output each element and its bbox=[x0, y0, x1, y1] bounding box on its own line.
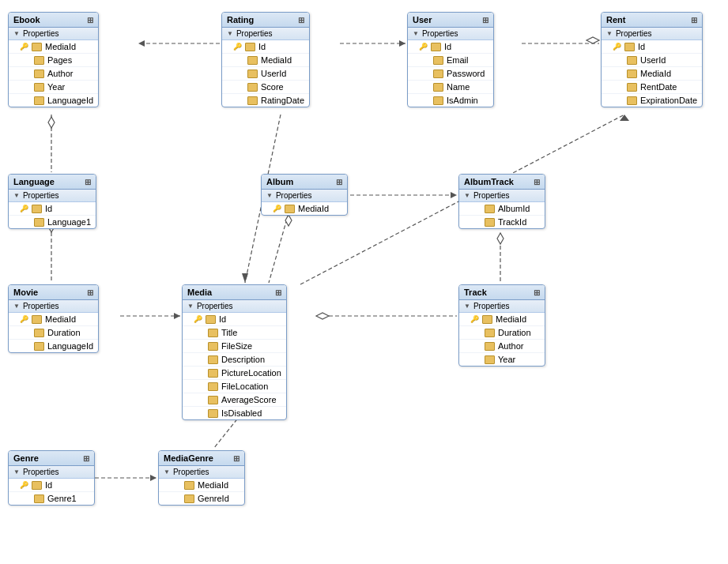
section-header-language[interactable]: ▼Properties bbox=[9, 190, 96, 202]
section-header-ebook[interactable]: ▼Properties bbox=[9, 28, 98, 40]
entity-header-rating[interactable]: Rating⊞ bbox=[222, 13, 309, 28]
collapse-icon-mediagenre[interactable]: ⊞ bbox=[233, 454, 240, 463]
section-header-albumtrack[interactable]: ▼Properties bbox=[459, 190, 545, 202]
diamond-user-rent bbox=[587, 37, 599, 43]
field-icon-language-0 bbox=[32, 205, 42, 213]
collapse-icon-genre[interactable]: ⊞ bbox=[83, 454, 89, 463]
entity-title-track: Track bbox=[464, 288, 487, 297]
field-icon-media-7 bbox=[208, 409, 218, 418]
field-name-user-4: IsAdmin bbox=[447, 96, 478, 105]
field-row-genre-0: 🔑Id bbox=[9, 479, 94, 492]
arrow-media-rent bbox=[620, 115, 629, 121]
field-name-rating-2: UserId bbox=[261, 69, 286, 78]
field-row-rating-0: 🔑Id bbox=[222, 40, 309, 54]
entity-header-genre[interactable]: Genre⊞ bbox=[9, 451, 94, 466]
field-row-rating-2: UserId bbox=[222, 67, 309, 81]
expand-icon-track: ▼ bbox=[464, 303, 470, 310]
field-icon-album-0 bbox=[285, 205, 295, 213]
section-label-track: Properties bbox=[473, 302, 510, 310]
section-header-track[interactable]: ▼Properties bbox=[459, 300, 545, 313]
entity-header-media[interactable]: Media⊞ bbox=[183, 285, 286, 300]
field-icon-rent-2 bbox=[627, 70, 637, 78]
field-row-genre-1: Genre1 bbox=[9, 492, 94, 505]
field-icon-user-0 bbox=[431, 43, 441, 51]
field-icon-movie-0 bbox=[32, 315, 42, 324]
expand-icon-rent: ▼ bbox=[606, 30, 613, 37]
section-label-media: Properties bbox=[197, 302, 233, 310]
field-icon-user-4 bbox=[433, 96, 443, 105]
diamond-ebook-lang bbox=[48, 117, 55, 128]
entity-header-albumtrack[interactable]: AlbumTrack⊞ bbox=[459, 175, 545, 190]
section-header-rating[interactable]: ▼Properties bbox=[222, 28, 309, 40]
field-name-movie-2: LanguageId bbox=[47, 341, 93, 351]
entity-header-track[interactable]: Track⊞ bbox=[459, 285, 545, 300]
entity-mediagenre: MediaGenre⊞▼PropertiesMediaIdGenreId bbox=[158, 450, 245, 506]
field-icon-media-2 bbox=[208, 342, 218, 351]
field-name-genre-1: Genre1 bbox=[47, 494, 77, 503]
entity-albumtrack: AlbumTrack⊞▼PropertiesAlbumIdTrackId bbox=[458, 174, 545, 229]
field-icon-ebook-3 bbox=[34, 83, 44, 92]
arrow-album-albumtrack bbox=[451, 192, 457, 198]
collapse-icon-user[interactable]: ⊞ bbox=[482, 16, 488, 24]
entity-header-language[interactable]: Language⊞ bbox=[9, 175, 96, 190]
collapse-icon-track[interactable]: ⊞ bbox=[534, 288, 540, 297]
field-name-media-7: IsDisabled bbox=[221, 408, 262, 418]
field-name-media-0: Id bbox=[219, 314, 226, 324]
section-header-media[interactable]: ▼Properties bbox=[183, 300, 286, 313]
section-header-rent[interactable]: ▼Properties bbox=[602, 28, 702, 40]
field-row-user-1: Email bbox=[408, 54, 493, 67]
section-label-movie: Properties bbox=[23, 302, 59, 310]
field-icon-genre-1 bbox=[34, 494, 44, 503]
field-name-album-0: MediaId bbox=[298, 204, 329, 213]
expand-icon-albumtrack: ▼ bbox=[464, 192, 470, 199]
entity-user: User⊞▼Properties🔑IdEmailPasswordNameIsAd… bbox=[407, 12, 494, 107]
collapse-icon-language[interactable]: ⊞ bbox=[85, 178, 91, 186]
collapse-icon-rent[interactable]: ⊞ bbox=[691, 16, 697, 24]
collapse-icon-ebook[interactable]: ⊞ bbox=[87, 16, 93, 24]
field-name-user-1: Email bbox=[447, 55, 469, 65]
entity-ebook: Ebook⊞▼Properties🔑MediaIdPagesAuthorYear… bbox=[8, 12, 99, 107]
collapse-icon-albumtrack[interactable]: ⊞ bbox=[534, 178, 540, 186]
entity-header-rent[interactable]: Rent⊞ bbox=[602, 13, 702, 28]
field-name-user-2: Password bbox=[447, 69, 485, 78]
collapse-icon-rating[interactable]: ⊞ bbox=[298, 16, 304, 24]
expand-icon-genre: ▼ bbox=[13, 468, 20, 476]
entity-title-rent: Rent bbox=[606, 15, 625, 24]
field-name-albumtrack-1: TrackId bbox=[498, 217, 526, 227]
entity-header-movie[interactable]: Movie⊞ bbox=[9, 285, 98, 300]
entity-header-mediagenre[interactable]: MediaGenre⊞ bbox=[159, 451, 244, 466]
key-icon-genre-0: 🔑 bbox=[20, 481, 28, 489]
section-header-mediagenre[interactable]: ▼Properties bbox=[159, 466, 244, 479]
field-icon-track-2 bbox=[485, 342, 495, 351]
section-header-album[interactable]: ▼Properties bbox=[262, 190, 347, 202]
collapse-icon-media[interactable]: ⊞ bbox=[275, 288, 281, 297]
section-label-rating: Properties bbox=[236, 29, 273, 38]
entity-header-ebook[interactable]: Ebook⊞ bbox=[9, 13, 98, 28]
field-row-mediagenre-1: GenreId bbox=[159, 492, 244, 505]
entity-header-user[interactable]: User⊞ bbox=[408, 13, 493, 28]
collapse-icon-album[interactable]: ⊞ bbox=[336, 178, 342, 186]
field-row-media-3: Description bbox=[183, 353, 286, 367]
field-icon-rent-3 bbox=[627, 83, 637, 92]
field-name-rent-2: MediaId bbox=[640, 69, 671, 78]
key-icon-rating-0: 🔑 bbox=[233, 43, 242, 51]
field-row-ebook-3: Year bbox=[9, 81, 98, 94]
field-name-track-0: MediaId bbox=[496, 314, 526, 324]
section-header-genre[interactable]: ▼Properties bbox=[9, 466, 94, 479]
field-icon-rent-0 bbox=[624, 43, 635, 51]
expand-icon-user: ▼ bbox=[413, 30, 419, 37]
field-row-albumtrack-0: AlbumId bbox=[459, 202, 545, 216]
collapse-icon-movie[interactable]: ⊞ bbox=[87, 288, 93, 297]
field-row-track-3: Year bbox=[459, 353, 545, 366]
field-row-media-5: FileLocation bbox=[183, 380, 286, 393]
field-row-movie-2: LanguageId bbox=[9, 340, 98, 352]
entity-title-albumtrack: AlbumTrack bbox=[464, 177, 514, 186]
entity-album: Album⊞▼Properties🔑MediaId bbox=[261, 174, 348, 216]
field-icon-movie-2 bbox=[34, 342, 44, 351]
field-name-rating-0: Id bbox=[258, 42, 266, 51]
arrow-movie-media bbox=[174, 313, 180, 319]
section-header-movie[interactable]: ▼Properties bbox=[9, 300, 98, 313]
section-header-user[interactable]: ▼Properties bbox=[408, 28, 493, 40]
field-name-movie-0: MediaId bbox=[45, 314, 76, 324]
entity-header-album[interactable]: Album⊞ bbox=[262, 175, 347, 190]
